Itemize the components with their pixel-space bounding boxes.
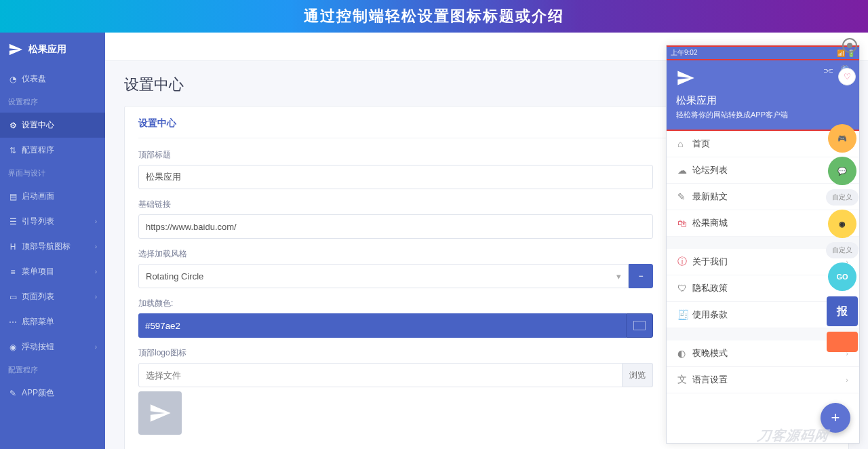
logo-file-input[interactable]	[138, 363, 623, 387]
chevron-right-icon: ›	[846, 166, 848, 174]
brand-name: 松果应用	[28, 43, 66, 56]
phone-app-title: 松果应用	[676, 94, 850, 107]
sidebar-item-splash[interactable]: ▤启动画面	[0, 184, 105, 209]
sidebar-item-menu-items[interactable]: ≡菜单项目›	[0, 259, 105, 284]
watermark: 刀客源码网	[756, 427, 830, 445]
phone-menu-terms[interactable]: 🧾使用条款›	[667, 302, 859, 328]
top-banner: 通过控制端轻松设置图标标题或介绍	[0, 0, 868, 33]
top-title-label: 顶部标题	[138, 149, 653, 161]
pencil-icon: ✎	[8, 389, 18, 398]
phone-app-subtitle: 轻松将你的网站转换成APP客户端	[676, 110, 850, 120]
color-swatch[interactable]	[626, 313, 653, 338]
favorite-icon[interactable]: ♡	[838, 68, 856, 85]
phone-statusbar: 上午9:02 📶 🔋	[667, 45, 859, 60]
chevron-right-icon: ›	[846, 284, 848, 292]
paper-plane-icon	[8, 42, 23, 57]
h-icon: H	[8, 242, 18, 252]
menu-icon: ≡	[8, 267, 18, 277]
moon-icon: ◐	[677, 348, 692, 359]
phone-menu-privacy[interactable]: 🛡隐私政策›	[667, 275, 859, 302]
sidebar-item-config[interactable]: ⇅配置程序	[0, 138, 105, 163]
remove-button[interactable]: −	[629, 264, 653, 288]
share-icon[interactable]: ⫘	[823, 64, 833, 77]
chevron-right-icon: ›	[846, 376, 848, 384]
sidebar: 松果应用 ◔仪表盘 设置程序 ⚙设置中心 ⇅配置程序 界面与设计 ▤启动画面 ☰…	[0, 33, 105, 449]
phone-menu-posts[interactable]: ✎最新贴文›	[667, 184, 859, 210]
cloud-icon: ☁	[677, 165, 692, 176]
sidebar-item-dashboard[interactable]: ◔仪表盘	[0, 66, 105, 92]
load-style-select[interactable]: Rotating Circle▾	[138, 264, 629, 288]
base-link-input[interactable]	[138, 214, 653, 239]
browse-button[interactable]: 浏览	[623, 363, 653, 387]
phone-menu-home[interactable]: ⌂首页›	[667, 131, 859, 157]
chevron-right-icon: ›	[846, 140, 848, 148]
sidebar-section-ui: 界面与设计	[0, 163, 105, 184]
top-logo-label: 顶部logo图标	[138, 347, 653, 359]
dots-icon: ⋯	[8, 317, 18, 327]
logo-preview	[138, 391, 182, 435]
translate-icon: 文	[677, 374, 692, 386]
load-style-label: 选择加载风格	[138, 248, 653, 260]
phone-drawer-menu: ⌂首页› ☁论坛列表› ✎最新贴文› 🛍松果商城› ⓘ关于我们› 🛡隐私政策› …	[667, 131, 859, 393]
sidebar-item-settings-center[interactable]: ⚙设置中心	[0, 113, 105, 138]
chevron-right-icon: ›	[846, 193, 848, 201]
load-color-input[interactable]	[138, 313, 626, 338]
phone-time: 上午9:02	[671, 48, 697, 58]
sidebar-item-float-button[interactable]: ◉浮动按钮›	[0, 334, 105, 359]
paper-plane-icon	[149, 402, 172, 425]
top-title-input[interactable]	[138, 165, 653, 189]
phone-menu-about[interactable]: ⓘ关于我们›	[667, 249, 859, 275]
sidebar-section-config: 配置程序	[0, 359, 105, 380]
pages-icon: ▭	[8, 292, 18, 302]
edit-icon: ✎	[677, 191, 692, 202]
sidebar-item-app-color[interactable]: ✎APP颜色	[0, 380, 105, 406]
screen-icon: ▤	[8, 192, 18, 201]
chevron-right-icon: ›	[95, 218, 97, 225]
phone-menu-night[interactable]: ◐夜晚模式›	[667, 340, 859, 367]
receipt-icon: 🧾	[677, 309, 692, 320]
chevron-right-icon: ›	[846, 311, 848, 319]
phone-preview: 上午9:02 📶 🔋 松果应用 轻松将你的网站转换成APP客户端 ⫘ 🔍 ⌂首页…	[666, 45, 860, 444]
chevron-right-icon: ›	[95, 268, 97, 275]
gauge-icon: ◔	[8, 75, 18, 84]
load-color-label: 加载颜色:	[138, 298, 653, 309]
paper-plane-icon	[676, 69, 695, 87]
phone-menu-forum[interactable]: ☁论坛列表›	[667, 157, 859, 184]
base-link-label: 基础链接	[138, 199, 653, 210]
gear-icon: ⚙	[8, 121, 18, 130]
sidebar-item-page-list[interactable]: ▭页面列表›	[0, 284, 105, 309]
brand-logo[interactable]: 松果应用	[0, 33, 105, 66]
info-icon: ⓘ	[677, 256, 692, 268]
circle-icon: ◉	[8, 343, 18, 352]
shield-icon: 🛡	[677, 283, 692, 294]
sidebar-item-bottom-menu[interactable]: ⋯底部菜单	[0, 309, 105, 334]
user-avatar[interactable]	[842, 38, 857, 53]
chevron-right-icon: ›	[95, 243, 97, 250]
chevron-right-icon: ›	[95, 343, 97, 351]
list-icon: ☰	[8, 217, 18, 227]
chevron-right-icon: ›	[95, 293, 97, 300]
chevron-right-icon: ›	[846, 219, 848, 227]
sidebar-item-top-nav-icons[interactable]: H顶部导航图标›	[0, 234, 105, 259]
sliders-icon: ⇅	[8, 146, 18, 155]
sidebar-section-settings: 设置程序	[0, 92, 105, 113]
chevron-right-icon: ›	[846, 258, 848, 266]
chevron-down-icon: ▾	[616, 271, 621, 281]
home-icon: ⌂	[677, 138, 692, 149]
phone-menu-shop[interactable]: 🛍松果商城›	[667, 210, 859, 237]
phone-menu-lang[interactable]: 文语言设置›	[667, 367, 859, 393]
sidebar-item-intro-list[interactable]: ☰引导列表›	[0, 209, 105, 234]
chevron-right-icon: ›	[846, 349, 848, 357]
bag-icon: 🛍	[677, 218, 692, 229]
